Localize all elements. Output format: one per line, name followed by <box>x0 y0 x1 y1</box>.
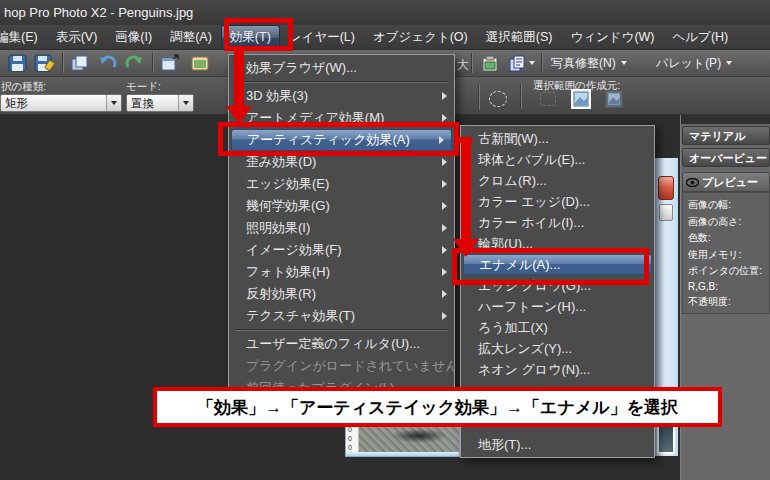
selection-source-marquee-icon[interactable] <box>540 92 556 106</box>
menu-window[interactable]: ウィンドウ(W) <box>561 25 663 50</box>
menu-item-image-effects[interactable]: イメージ効果(F) <box>229 239 454 261</box>
save-as-icon[interactable] <box>34 53 55 73</box>
menu-item-geometric-effects[interactable]: 幾何学効果(G) <box>229 195 454 217</box>
photo-fix-label: 写真修整(N) <box>551 55 616 72</box>
submenu-item-magnifying-lens[interactable]: 拡大レンズ(Y)... <box>461 338 654 359</box>
chevron-down-icon <box>726 61 732 65</box>
duplicate-icon[interactable] <box>70 53 90 73</box>
annotation-arrow-down-icon <box>453 239 479 257</box>
menu-adjust[interactable]: 調整(A) <box>161 25 221 50</box>
combo-caret[interactable] <box>178 95 193 111</box>
scrollbar-thumb[interactable] <box>659 204 673 221</box>
submenu-arrow-icon <box>442 92 447 100</box>
submenu-item-colored-foil[interactable]: カラー ホイル(I)... <box>461 212 654 233</box>
toolbar-separator <box>152 53 153 73</box>
menu-item-distortion-effects[interactable]: 歪み効果(D) <box>229 151 454 173</box>
menu-item-illumination-effects[interactable]: 照明効果(I) <box>229 217 454 239</box>
submenu-item-enamel[interactable]: エナメル(A)... <box>463 254 652 275</box>
info-label: 画像の高さ: <box>688 214 769 231</box>
photo-fix-button[interactable]: 写真修整(N) <box>551 53 627 73</box>
menu-item-texture-effects[interactable]: テクスチャ効果(T) <box>229 305 454 327</box>
ruler-mark: 0 <box>348 443 358 452</box>
preview-tab-label: プレビュー <box>702 175 758 190</box>
submenu-arrow-icon <box>442 114 447 122</box>
materials-palette-header[interactable]: マテリアル <box>682 126 770 145</box>
selection-source-layer-icon-active[interactable] <box>571 89 591 109</box>
menu-objects[interactable]: オブジェクト(O) <box>364 25 477 50</box>
submenu-item-topography[interactable]: 地形(T)... <box>461 434 654 455</box>
annotation-arrow-shaft <box>461 140 471 240</box>
save-icon[interactable] <box>8 53 27 73</box>
submenu-item-halftone[interactable]: ハーフトーン(H)... <box>461 296 654 317</box>
browse-icon[interactable] <box>190 53 210 73</box>
submenu-arrow-icon <box>442 180 447 188</box>
submenu-arrow-icon <box>442 268 447 276</box>
menu-image[interactable]: 画像(I) <box>106 25 161 50</box>
submenu-arrow-icon <box>442 312 447 320</box>
paste-icon[interactable] <box>480 53 500 73</box>
instruction-caption: 「効果」→「アーティステイック効果」→「エナメル」を選択 <box>153 387 722 427</box>
redo-icon[interactable] <box>124 53 144 73</box>
submenu-item-chrome[interactable]: クロム(R)... <box>461 170 654 191</box>
submenu-item-neon-glow[interactable]: ネオン グロウ(N)... <box>461 359 654 380</box>
menu-item-edge-effects[interactable]: エッジ効果(E) <box>229 173 454 195</box>
menu-help[interactable]: ヘルプ(H) <box>664 25 738 50</box>
selection-source-layer-icon[interactable] <box>605 90 623 108</box>
annotation-arrow-down-icon <box>226 106 252 124</box>
combo-caret[interactable] <box>106 95 121 111</box>
menu-bar: 編集(E) 表示(V) 画像(I) 調整(A) 効果(T) レイヤー(L) オブ… <box>0 25 770 50</box>
selection-marquee-icon[interactable] <box>489 91 507 107</box>
title-bar[interactable]: hop Pro Photo X2 - Penguins.jpg <box>0 0 770 25</box>
submenu-item-glowing-edges[interactable]: エッジ グロウ(G)... <box>461 275 654 296</box>
tab-preview[interactable]: プレビュー <box>682 172 770 192</box>
submenu-item-balls-and-bubbles[interactable]: 球体とバブル(E)... <box>461 149 654 170</box>
eye-icon <box>686 178 699 187</box>
panel-top-strip <box>681 115 770 124</box>
submenu-item-colored-edges[interactable]: カラー エッジ(D)... <box>461 191 654 212</box>
menu-selections[interactable]: 選択範囲(S) <box>477 25 562 50</box>
submenu-arrow-icon <box>439 136 444 144</box>
overview-palette-header[interactable]: オーバービュー <box>682 148 770 167</box>
menu-item-effect-browser[interactable]: 効果ブラウザ(W)... <box>229 57 454 79</box>
submenu-item-wax-coating[interactable]: ろう加工(X) <box>461 317 654 338</box>
menu-item-user-defined-filter[interactable]: ユーザー定義のフィルタ(U)... <box>229 333 454 355</box>
menu-edit[interactable]: 編集(E) <box>0 25 47 50</box>
menu-item-art-media-effects[interactable]: アートメディア効果(M) <box>229 107 454 129</box>
copy-dropdown-caret[interactable] <box>529 53 535 73</box>
submenu-arrow-icon <box>442 224 447 232</box>
chevron-down-icon <box>621 61 627 65</box>
overview-info-panel: 画像の幅: 画像の高さ: 色数: 使用メモリ: ポインタの位置: R,G,B: … <box>682 192 770 314</box>
palette-button[interactable]: パレット(P) <box>656 53 732 73</box>
selection-type-combo[interactable]: 矩形 <box>0 94 122 112</box>
mode-combo[interactable]: 置換 <box>126 94 194 112</box>
mode-value: 置換 <box>127 96 178 111</box>
palette-label: パレット(P) <box>656 55 721 72</box>
zoom-size-label: 大 <box>457 57 469 74</box>
annotation-arrow-shaft <box>234 48 244 107</box>
selection-type-value: 矩形 <box>1 96 106 111</box>
menu-view[interactable]: 表示(V) <box>47 25 107 50</box>
submenu-item-contours[interactable]: 輪郭(U)... <box>461 233 654 254</box>
resize-window-icon[interactable] <box>160 53 180 73</box>
effects-dropdown-menu: 効果ブラウザ(W)... 3D 効果(3) アートメディア効果(M) アーティス… <box>228 54 455 402</box>
close-icon[interactable] <box>658 176 674 200</box>
selection-type-label: 択の種類: <box>1 80 46 94</box>
submenu-arrow-icon <box>442 246 447 254</box>
menu-effects[interactable]: 効果(T) <box>221 25 280 50</box>
caption-text: 「効果」→「アーティステイック効果」→「エナメル」を選択 <box>197 396 678 419</box>
info-label: R,G,B: <box>688 280 769 294</box>
menu-item-photo-effects[interactable]: フォト効果(H) <box>229 261 454 283</box>
toolbar-separator <box>478 85 479 109</box>
info-label: ポインタの位置: <box>688 263 769 280</box>
submenu-item-aged-newspaper[interactable]: 古新聞(W)... <box>461 128 654 149</box>
window-border <box>346 452 459 456</box>
info-label: 色数: <box>688 230 769 247</box>
copy-icon[interactable] <box>507 53 527 73</box>
menu-layers[interactable]: レイヤー(L) <box>280 25 364 50</box>
menu-item-artistic-effects[interactable]: アーティスティック効果(A) <box>231 129 452 151</box>
undo-icon[interactable] <box>98 53 118 73</box>
menu-item-reflection-effects[interactable]: 反射効果(R) <box>229 283 454 305</box>
toolbar-separator <box>62 53 63 73</box>
menu-item-no-plugins-loaded: プラグインがロードされていません <box>229 355 454 377</box>
menu-item-3d-effects[interactable]: 3D 効果(3) <box>229 85 454 107</box>
